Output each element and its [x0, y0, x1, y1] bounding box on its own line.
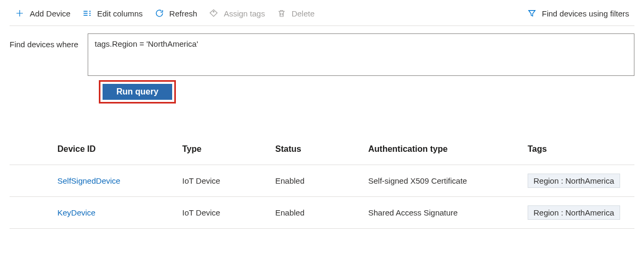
tag-chip: Region : NorthAmerica: [528, 205, 620, 220]
device-link[interactable]: SelfSignedDevice: [57, 176, 182, 185]
device-type: IoT Device: [182, 208, 275, 217]
table-header: Device ID Type Status Authentication typ…: [10, 133, 634, 165]
funnel-icon: [527, 8, 537, 18]
add-device-button[interactable]: Add Device: [10, 6, 76, 20]
col-status: Status: [275, 144, 368, 154]
query-label: Find devices where: [10, 33, 78, 49]
edit-columns-button[interactable]: Edit columns: [77, 6, 148, 20]
plus-icon: [15, 8, 24, 18]
tag-icon: [209, 8, 218, 18]
query-area: Find devices where: [10, 33, 634, 76]
add-device-label: Add Device: [30, 9, 71, 18]
delete-button[interactable]: Delete: [272, 6, 320, 20]
table-row: KeyDevice IoT Device Enabled Shared Acce…: [10, 197, 634, 229]
col-type: Type: [182, 144, 275, 154]
delete-label: Delete: [292, 9, 315, 18]
device-link[interactable]: KeyDevice: [57, 208, 182, 217]
col-device-id: Device ID: [57, 144, 182, 154]
trash-icon: [277, 8, 286, 18]
columns-icon: [82, 8, 92, 18]
table-row: SelfSignedDevice IoT Device Enabled Self…: [10, 165, 634, 197]
refresh-button[interactable]: Refresh: [149, 6, 203, 20]
find-filters-button[interactable]: Find devices using filters: [522, 6, 634, 20]
run-highlight: Run query: [99, 80, 176, 104]
device-status: Enabled: [275, 176, 368, 185]
refresh-label: Refresh: [170, 9, 198, 18]
svg-point-0: [213, 11, 214, 12]
toolbar: Add Device Edit columns Refresh Assign t…: [10, 4, 634, 26]
refresh-icon: [155, 8, 164, 18]
assign-tags-label: Assign tags: [224, 9, 265, 18]
query-input[interactable]: [88, 33, 634, 76]
run-row: Run query: [99, 80, 634, 104]
run-query-button[interactable]: Run query: [103, 84, 172, 100]
device-type: IoT Device: [182, 176, 275, 185]
assign-tags-button[interactable]: Assign tags: [204, 6, 270, 20]
find-filters-label: Find devices using filters: [542, 9, 629, 18]
device-auth: Shared Access Signature: [368, 208, 528, 217]
edit-columns-label: Edit columns: [97, 9, 143, 18]
device-status: Enabled: [275, 208, 368, 217]
results-grid: Device ID Type Status Authentication typ…: [10, 133, 634, 229]
col-auth: Authentication type: [368, 144, 528, 154]
tag-chip: Region : NorthAmerica: [528, 174, 620, 188]
device-auth: Self-signed X509 Certificate: [368, 176, 528, 185]
col-tags: Tags: [528, 144, 634, 154]
